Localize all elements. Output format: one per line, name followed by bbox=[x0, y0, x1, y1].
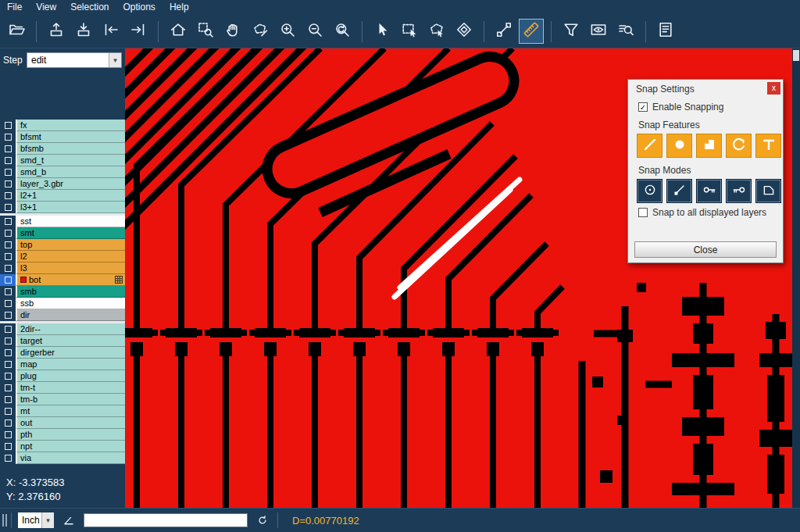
layer-row-l3[interactable]: l3 bbox=[0, 262, 125, 274]
shift-left-button[interactable] bbox=[98, 19, 123, 44]
snap-all-layers-checkbox[interactable] bbox=[638, 208, 648, 217]
layer-visibility-checkbox[interactable] bbox=[0, 286, 16, 298]
layer-name[interactable]: l3 bbox=[16, 262, 125, 274]
layer-name[interactable]: plug bbox=[16, 370, 125, 382]
layer-row-smt[interactable]: smt bbox=[0, 227, 125, 239]
zoom-previous-button[interactable] bbox=[330, 19, 355, 44]
layer-visibility-checkbox[interactable] bbox=[0, 131, 16, 143]
layer-name[interactable]: target bbox=[16, 335, 125, 347]
layer-row-top[interactable]: top bbox=[0, 239, 125, 251]
select-reference-button[interactable] bbox=[452, 19, 477, 44]
layer-row-bfsmb[interactable]: bfsmb bbox=[0, 143, 125, 155]
select-polygon-button[interactable] bbox=[424, 19, 449, 44]
layer-visibility-checkbox[interactable] bbox=[0, 417, 16, 429]
snap-line-button[interactable] bbox=[637, 134, 662, 158]
layer-visibility-checkbox[interactable] bbox=[0, 298, 16, 309]
layer-name[interactable]: smd_b bbox=[16, 166, 125, 178]
layer-visibility-checkbox[interactable] bbox=[0, 429, 16, 441]
layer-row-l2+1[interactable]: l2+1 bbox=[0, 190, 125, 202]
layer-row-tm-t[interactable]: tm-t bbox=[0, 382, 125, 394]
layer-name[interactable]: map bbox=[16, 359, 125, 370]
layer-name[interactable]: 2dir-- bbox=[16, 323, 125, 335]
layer-row-smd_b[interactable]: smd_b bbox=[0, 166, 125, 178]
step-select[interactable]: edit ▾ bbox=[27, 52, 122, 68]
layer-row-ssb[interactable]: ssb bbox=[0, 298, 125, 309]
layer-name[interactable]: npt bbox=[16, 441, 125, 452]
zoom-in-button[interactable] bbox=[275, 19, 300, 44]
chevron-down-icon[interactable]: ▾ bbox=[109, 53, 121, 67]
layer-visibility-checkbox[interactable] bbox=[0, 309, 16, 321]
status-input[interactable] bbox=[84, 513, 248, 527]
layer-row-sst[interactable]: sst bbox=[0, 216, 125, 227]
layer-row-tm-b[interactable]: tm-b bbox=[0, 394, 125, 405]
layer-row-target[interactable]: target bbox=[0, 335, 125, 347]
snap-key-right-button[interactable] bbox=[726, 179, 752, 203]
menu-view[interactable]: View bbox=[29, 0, 63, 15]
layer-name[interactable]: top bbox=[16, 239, 125, 251]
layer-row-l2[interactable]: l2 bbox=[0, 251, 125, 262]
shift-right-button[interactable] bbox=[126, 19, 151, 44]
layer-visibility-checkbox[interactable] bbox=[0, 262, 16, 274]
layer-visibility-checkbox[interactable] bbox=[0, 370, 16, 382]
layer-visibility-checkbox[interactable] bbox=[0, 251, 16, 262]
layer-row-map[interactable]: map bbox=[0, 359, 125, 370]
pan-hand-button[interactable] bbox=[220, 19, 245, 44]
layer-visibility-checkbox[interactable] bbox=[0, 452, 16, 464]
layer-name[interactable]: layer_3.gbr bbox=[16, 178, 125, 190]
import-top-button[interactable] bbox=[44, 19, 69, 44]
layer-visibility-checkbox[interactable] bbox=[0, 143, 16, 155]
layer-visibility-checkbox[interactable] bbox=[0, 405, 16, 417]
zoom-window-button[interactable] bbox=[193, 19, 218, 44]
snap-arc-button[interactable] bbox=[726, 134, 752, 158]
import-bottom-button[interactable] bbox=[71, 19, 96, 44]
display-options-button[interactable] bbox=[586, 19, 611, 44]
menu-options[interactable]: Options bbox=[116, 0, 162, 15]
layer-row-smd_t[interactable]: smd_t bbox=[0, 155, 125, 166]
layer-visibility-checkbox[interactable] bbox=[0, 166, 16, 178]
layer-visibility-checkbox[interactable] bbox=[0, 239, 16, 251]
select-cursor-button[interactable] bbox=[370, 19, 395, 44]
layer-row-mt[interactable]: mt bbox=[0, 405, 125, 417]
layer-name[interactable]: dir bbox=[16, 309, 125, 321]
layer-visibility-checkbox[interactable] bbox=[0, 274, 16, 286]
layer-name[interactable]: mt bbox=[16, 405, 125, 417]
layer-name[interactable]: via bbox=[16, 452, 125, 464]
layer-visibility-checkbox[interactable] bbox=[0, 216, 16, 227]
layer-name[interactable]: smd_t bbox=[16, 155, 125, 166]
layer-name[interactable]: l2+1 bbox=[16, 190, 125, 202]
snap-center-button[interactable] bbox=[637, 179, 662, 203]
layer-name[interactable]: ssb bbox=[16, 298, 125, 309]
angle-icon[interactable] bbox=[60, 512, 77, 529]
report-button[interactable] bbox=[653, 19, 678, 44]
measure-line-button[interactable] bbox=[491, 19, 516, 44]
layer-row-layer_3.gbr[interactable]: layer_3.gbr bbox=[0, 178, 125, 190]
unit-select[interactable]: Inch ▾ bbox=[18, 512, 54, 528]
layer-name[interactable]: pth bbox=[16, 429, 125, 441]
layer-row-dir[interactable]: dir bbox=[0, 309, 125, 321]
layer-name[interactable]: bot bbox=[16, 274, 125, 286]
layer-name[interactable]: sst bbox=[16, 216, 125, 227]
select-window-button[interactable] bbox=[397, 19, 422, 44]
layer-name[interactable]: fx bbox=[16, 120, 125, 131]
layer-row-fx[interactable]: fx bbox=[0, 120, 125, 131]
measure-ruler-button[interactable] bbox=[519, 19, 544, 44]
layer-row-out[interactable]: out bbox=[0, 417, 125, 429]
snap-text-button[interactable] bbox=[755, 134, 781, 158]
layer-visibility-checkbox[interactable] bbox=[0, 347, 16, 359]
home-view-button[interactable] bbox=[166, 19, 191, 44]
layer-name[interactable]: bfsmb bbox=[16, 143, 125, 155]
layer-row-bfsmt[interactable]: bfsmt bbox=[0, 131, 125, 143]
layer-name[interactable]: l2 bbox=[16, 251, 125, 262]
layer-name[interactable]: tm-b bbox=[16, 394, 125, 405]
close-icon[interactable]: x bbox=[767, 82, 780, 95]
menu-help[interactable]: Help bbox=[162, 0, 196, 15]
layer-name[interactable]: smb bbox=[16, 286, 125, 298]
layer-row-smb[interactable]: smb bbox=[0, 286, 125, 298]
layer-visibility-checkbox[interactable] bbox=[0, 394, 16, 405]
layer-row-bot[interactable]: bot bbox=[0, 274, 125, 286]
layer-visibility-checkbox[interactable] bbox=[0, 190, 16, 202]
menu-selection[interactable]: Selection bbox=[63, 0, 116, 15]
layer-row-l3+1[interactable]: l3+1 bbox=[0, 202, 125, 213]
layer-visibility-checkbox[interactable] bbox=[0, 120, 16, 131]
snap-surface-button[interactable] bbox=[696, 134, 722, 158]
